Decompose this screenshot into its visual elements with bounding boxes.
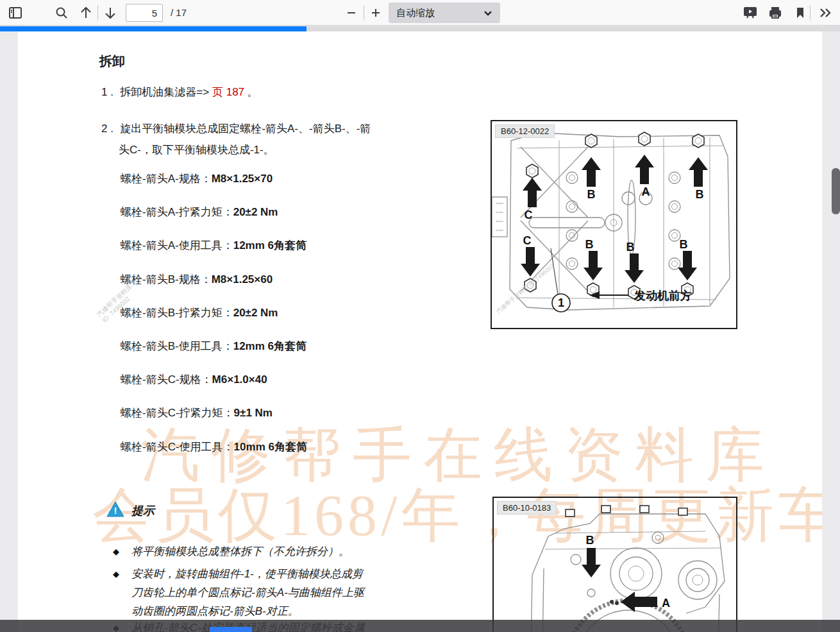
spec-label: 螺栓-箭头A-拧紧力矩： — [121, 206, 233, 218]
spec-value: 12mm 6角套筒 — [233, 340, 307, 352]
figure1-arrow-label: B — [585, 238, 594, 251]
spec-value: 20±2 Nm — [233, 206, 278, 218]
section-heading: 拆卸 — [99, 53, 125, 70]
spec-line: 螺栓-箭头B-使用工具：12mm 6角套筒 — [121, 339, 307, 354]
note-bullet-1: 将平衡轴模块总成整体拆下（不允许拆分）。 — [131, 542, 349, 561]
spec-label: 螺栓-箭头B-拧紧力矩： — [121, 307, 233, 319]
note-title: 提示 — [131, 503, 155, 518]
spec-value: M8×1.25×70 — [212, 173, 273, 185]
previous-page-button[interactable] — [76, 3, 96, 23]
spec-line: 螺栓-箭头B-拧紧力矩：20±2 Nm — [121, 305, 278, 320]
chevron-down-icon — [483, 10, 492, 16]
print-button[interactable] — [765, 3, 785, 23]
figure1-callout-1: 1 — [558, 296, 564, 309]
spec-label: 螺栓-箭头C-使用工具： — [121, 441, 234, 453]
zoom-dropdown[interactable]: 自动缩放 — [389, 3, 500, 23]
toolbar-divider — [364, 5, 364, 21]
spec-value: 20±2 Nm — [233, 307, 278, 319]
spec-line: 螺栓-箭头A-规格：M8×1.25×70 — [121, 171, 273, 186]
balance-shaft-module-diagram: C B A B C B B B 1 发动机前方 汽修帮手资料库 ID: 7496… — [492, 121, 736, 328]
figure2-id-label: B60-10-0183 — [497, 501, 557, 515]
next-page-button[interactable] — [100, 3, 121, 23]
spec-label: 螺栓-箭头A-规格： — [121, 173, 212, 185]
warning-triangle-icon: ! — [106, 501, 124, 518]
step-2-number: 2 . — [101, 123, 113, 135]
step-1-text-after: 。 — [244, 86, 258, 98]
spec-value: M8×1.25×60 — [212, 273, 273, 286]
pdf-toolbar: / 17 自动缩放 — [0, 0, 840, 26]
figure1-arrow-label: B — [680, 238, 688, 251]
note-bullet-2-line1: 安装时，旋转曲轴组件-1-，使平衡轴模块总成剪 — [131, 565, 363, 583]
spec-line: 螺栓-箭头C-使用工具：10mm 6角套筒 — [121, 440, 307, 454]
page-number-input[interactable] — [126, 4, 163, 22]
crankshaft-timing-marks-diagram: B A — [494, 498, 736, 632]
bookmark-button[interactable] — [790, 3, 811, 23]
zoom-out-button[interactable] — [341, 3, 362, 23]
spec-label: 螺栓-箭头C-拧紧力矩： — [121, 407, 234, 419]
print-icon — [768, 6, 782, 19]
spec-label: 螺栓-箭头A-使用工具： — [121, 239, 233, 252]
page-down-icon — [105, 6, 116, 19]
step-2: 2 . 旋出平衡轴模块总成固定螺栓-箭头A-、-箭头B-、-箭 头C-，取下平衡… — [101, 121, 371, 157]
watermark-small: 汽修帮手资料库 ID: 7496002 — [495, 262, 555, 314]
step-1-number: 1 . — [101, 86, 113, 98]
pdf-page: 汽修帮手在线资料库 会员仅168/年，每周更新车型 汽修帮手资料库 ID: 74… — [18, 31, 822, 632]
spec-line: 螺栓-箭头B-规格：M8×1.25×60 — [121, 272, 273, 287]
figure1-arrow-label: B — [696, 188, 704, 201]
loading-bar-fill — [0, 26, 307, 31]
spec-label: 螺栓-箭头C-规格： — [121, 373, 212, 386]
spec-line: 螺栓-箭头C-规格：M6×1.0×40 — [121, 372, 267, 387]
bottom-overlay-bar — [0, 620, 840, 632]
toolbar-divider — [810, 5, 811, 21]
zoom-in-icon — [371, 8, 381, 18]
spec-line: 螺栓-箭头A-拧紧力矩：20±2 Nm — [121, 205, 278, 219]
spec-label: 螺栓-箭头B-使用工具： — [121, 340, 233, 352]
toolbar-divider — [97, 5, 98, 21]
figure-b60-10-0183: B60-10-0183 B — [492, 497, 737, 632]
page-count-label: / 17 — [171, 7, 187, 18]
bullet-diamond-icon: ◆ — [113, 547, 119, 556]
vertical-scrollbar-thumb[interactable] — [832, 168, 840, 214]
svg-text:!: ! — [114, 505, 117, 516]
figure2-arrow-label: B — [586, 534, 594, 547]
presentation-mode-button[interactable] — [740, 3, 760, 23]
note-bullet-2-line3: 动齿圈的两圆点标记-箭头B-对正。 — [131, 602, 299, 620]
step-2-line1: 旋出平衡轴模块总成固定螺栓-箭头A-、-箭头B-、-箭 — [120, 123, 371, 135]
step-1: 1 . 拆卸机油集滤器=> 页 187 。 — [101, 85, 258, 99]
loading-bar — [0, 26, 840, 31]
more-tools-icon — [819, 7, 833, 19]
zoom-in-button[interactable] — [365, 3, 386, 23]
bullet-diamond-icon: ◆ — [113, 569, 119, 579]
spec-line: 螺栓-箭头A-使用工具：12mm 6角套筒 — [121, 238, 307, 253]
zoom-out-icon — [346, 8, 357, 18]
step-1-text: 拆卸机油集滤器=> — [120, 86, 212, 98]
figure2-arrow-label: A — [662, 597, 670, 610]
figure1-arrow-label: B — [587, 188, 596, 201]
spec-label: 螺栓-箭头B-规格： — [121, 273, 212, 286]
figure1-direction-label: 发动机前方 — [634, 289, 692, 302]
more-tools-button[interactable] — [816, 3, 836, 23]
sidebar-toggle-icon — [9, 7, 22, 19]
figure1-id-label: B60-12-0022 — [495, 124, 555, 138]
zoom-dropdown-value: 自动缩放 — [396, 7, 435, 19]
spec-value: 10mm 6角套筒 — [234, 441, 307, 453]
step-2-line2: 头C-，取下平衡轴模块总成-1-。 — [119, 142, 371, 157]
bookmark-icon — [795, 6, 805, 19]
spec-value: 12mm 6角套筒 — [233, 239, 307, 252]
presentation-mode-icon — [743, 6, 757, 19]
sidebar-toggle-button[interactable] — [5, 3, 26, 23]
spec-value: 9±1 Nm — [234, 407, 273, 419]
page-up-icon — [80, 6, 92, 19]
figure1-arrow-label: A — [642, 185, 650, 198]
spec-value: M6×1.0×40 — [212, 373, 267, 386]
figure1-arrow-label: B — [626, 241, 635, 253]
figure1-arrow-label: C — [523, 234, 532, 247]
figure1-arrow-label: C — [525, 209, 533, 221]
text-highlight — [210, 627, 252, 632]
step-1-page-link[interactable]: 页 187 — [212, 86, 244, 98]
search-icon — [55, 6, 68, 19]
note-bullet-2-line2: 刀齿轮上的单个圆点标记-箭头A-与曲轴组件上驱 — [131, 583, 364, 602]
watermark-line1: 汽修帮手在线资料库 — [141, 415, 776, 495]
search-button[interactable] — [51, 3, 72, 23]
spec-line: 螺栓-箭头C-拧紧力矩：9±1 Nm — [121, 406, 273, 420]
